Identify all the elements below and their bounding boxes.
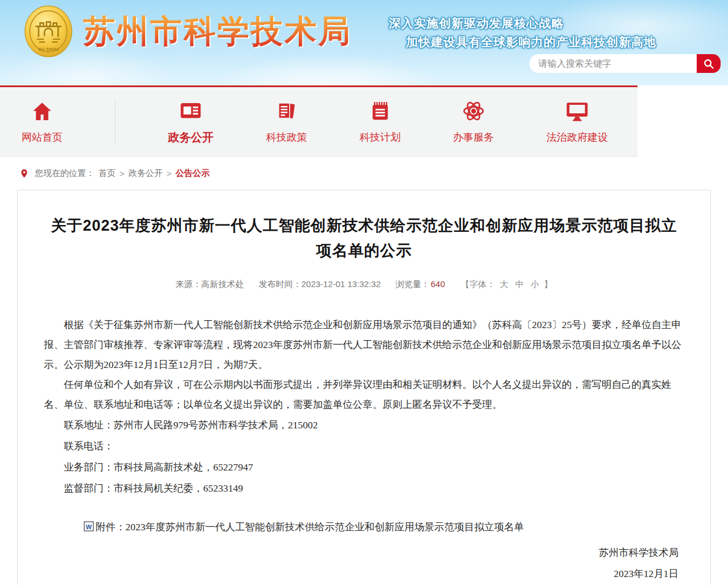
search-input[interactable] bbox=[529, 54, 697, 73]
contact-address: 联系地址：苏州市人民路979号苏州市科学技术局，215002 bbox=[44, 415, 684, 436]
newspaper-icon bbox=[179, 99, 203, 122]
article-container: 关于2023年度苏州市新一代人工智能创新技术供给示范企业和创新应用场景示范项目拟… bbox=[17, 190, 711, 585]
nav-label-services: 办事服务 bbox=[453, 130, 494, 144]
svg-text:W: W bbox=[86, 523, 92, 530]
search-button[interactable] bbox=[697, 54, 721, 73]
nav-label-home: 网站首页 bbox=[22, 130, 63, 144]
atom-icon bbox=[462, 99, 486, 123]
breadcrumb-item-gov-disclosure[interactable]: 政务公开 bbox=[129, 168, 163, 179]
nav-divider bbox=[115, 100, 116, 144]
contact-business-dept: 业务部门：市科技局高新技术处，65227947 bbox=[44, 457, 684, 478]
signature-org: 苏州市科学技术局 bbox=[44, 542, 678, 563]
home-icon bbox=[31, 99, 54, 123]
nav-item-gov-disclosure[interactable]: 政务公开 bbox=[168, 99, 213, 145]
site-title: 苏州市科学技术局 bbox=[83, 10, 352, 54]
nav-label-tech-policy: 科技政策 bbox=[266, 130, 307, 144]
suzhou-gate-logo-icon[interactable]: SU ZHOU bbox=[24, 5, 73, 58]
nav-item-home[interactable]: 网站首页 bbox=[22, 99, 63, 144]
article-meta: 来源：高新技术处 发布时间：2023-12-01 13:32:32 浏览量：64… bbox=[44, 279, 684, 290]
monitor-icon bbox=[565, 99, 589, 123]
word-document-icon: W bbox=[64, 519, 94, 539]
meta-views: 浏览量：640 bbox=[396, 279, 446, 290]
nav-item-rule-of-law[interactable]: 法治政府建设 bbox=[546, 99, 608, 144]
nav-label-tech-program: 科技计划 bbox=[360, 130, 401, 144]
nav-item-services[interactable]: 办事服务 bbox=[453, 99, 494, 144]
breadcrumb-item-home[interactable]: 首页 bbox=[98, 168, 116, 179]
paragraph: 根据《关于征集苏州市新一代人工智能创新技术供给示范企业和创新应用场景示范项目的通… bbox=[44, 315, 684, 375]
font-size-control: 【字体： 大 中 小 】 bbox=[461, 279, 553, 290]
breadcrumb-separator: > bbox=[120, 169, 125, 178]
article-body: 根据《关于征集苏州市新一代人工智能创新技术供给示范企业和创新应用场景示范项目的通… bbox=[44, 315, 684, 584]
nav-label-rule-of-law: 法治政府建设 bbox=[546, 130, 608, 144]
search-icon bbox=[702, 58, 715, 70]
location-pin-icon bbox=[19, 169, 29, 178]
nav-item-tech-program[interactable]: 科技计划 bbox=[360, 99, 401, 144]
nav-label-gov-disclosure: 政务公开 bbox=[168, 130, 213, 145]
signature-block: 苏州市科学技术局 2023年12月1日 bbox=[44, 542, 684, 584]
font-size-small-button[interactable]: 小 bbox=[528, 279, 541, 289]
site-header: SU ZHOU 苏州市科学技术局 深入实施创新驱动发展核心战略 加快建设具有全球… bbox=[0, 0, 728, 85]
article-title: 关于2023年度苏州市新一代人工智能创新技术供给示范企业和创新应用场景示范项目拟… bbox=[48, 213, 680, 263]
slogan-line-2: 加快建设具有全球影响力的产业科技创新高地 bbox=[406, 32, 656, 51]
attachment-row: W 附件：2023年度苏州市新一代人工智能创新技术供给示范企业和创新应用场景示范… bbox=[44, 517, 684, 539]
logo-text: SU ZHOU bbox=[39, 47, 59, 52]
contact-phone: 联系电话： bbox=[44, 436, 684, 457]
slogan-line-1: 深入实施创新驱动发展核心战略 bbox=[389, 14, 656, 32]
meta-publish-time: 发布时间：2023-12-01 13:32:32 bbox=[258, 279, 380, 290]
header-slogan: 深入实施创新驱动发展核心战略 加快建设具有全球影响力的产业科技创新高地 bbox=[389, 14, 656, 51]
documents-icon bbox=[275, 99, 298, 123]
signature-date: 2023年12月1日 bbox=[44, 563, 678, 584]
font-size-medium-button[interactable]: 中 bbox=[513, 279, 526, 289]
font-size-large-button[interactable]: 大 bbox=[497, 279, 511, 289]
nav-item-tech-policy[interactable]: 科技政策 bbox=[266, 99, 307, 144]
attachment-link[interactable]: 2023年度苏州市新一代人工智能创新技术供给示范企业和创新应用场景示范项目拟立项… bbox=[126, 521, 524, 533]
breadcrumb-label: 您现在的位置： bbox=[35, 168, 94, 179]
meta-source: 来源：高新技术处 bbox=[175, 279, 244, 290]
attachment-label: 附件： bbox=[96, 521, 126, 533]
search-bar bbox=[529, 54, 721, 73]
views-count: 640 bbox=[430, 279, 446, 289]
breadcrumb-separator: > bbox=[167, 169, 172, 178]
paragraph: 任何单位和个人如有异议，可在公示期内以书面形式提出，并列举异议理由和相关证明材料… bbox=[44, 375, 684, 415]
main-nav: 网站首页 政务公开 bbox=[0, 85, 637, 157]
breadcrumb-item-announcements[interactable]: 公告公示 bbox=[176, 168, 210, 179]
page: SU ZHOU 苏州市科学技术局 深入实施创新驱动发展核心战略 加快建设具有全球… bbox=[0, 0, 728, 585]
notepad-icon bbox=[369, 99, 392, 123]
breadcrumb: 您现在的位置： 首页 > 政务公开 > 公告公示 bbox=[0, 157, 728, 190]
contact-supervision-dept: 监督部门：市科技局机关纪委，65233149 bbox=[44, 478, 684, 499]
